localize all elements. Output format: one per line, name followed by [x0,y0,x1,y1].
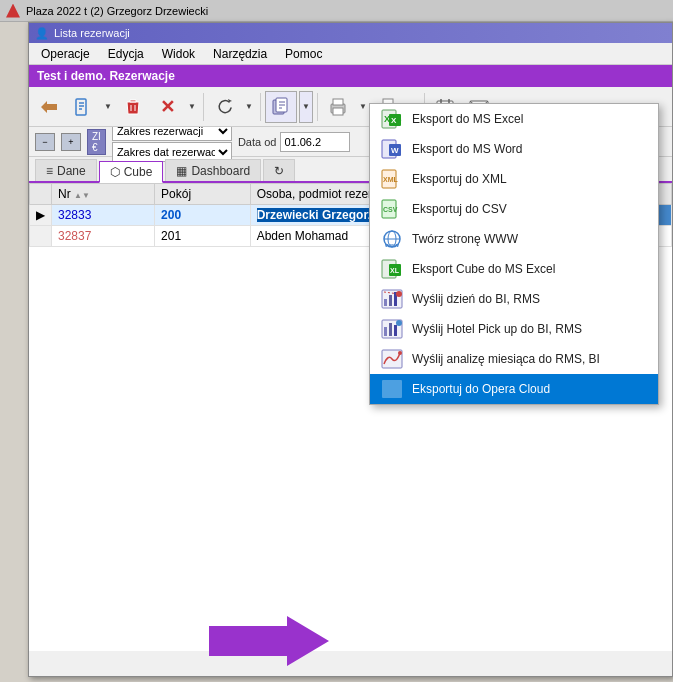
export-xml-label: Eksportuj do XML [412,172,648,186]
hotel-pickup-icon [380,319,404,339]
svg-rect-45 [389,323,392,336]
date-from-input[interactable] [280,132,350,152]
toolbar-sep2 [260,93,261,121]
dropdown-send-hotel-pickup[interactable]: Wyślij Hotel Pick up do BI, RMS [370,314,658,344]
xml-icon: XML [380,169,404,189]
svg-rect-38 [384,299,387,306]
menu-narzedzia[interactable]: Narzędzia [205,45,275,63]
toolbar-report-btn[interactable] [265,91,297,123]
tab-cube[interactable]: ⬡ Cube [99,161,164,183]
cell-nr[interactable]: 32837 [52,226,155,247]
svg-point-49 [398,351,402,355]
svg-rect-10 [333,99,343,105]
col-pokoj[interactable]: Pokój [155,184,251,205]
bi-rms-icon [380,289,404,309]
dropdown-send-bi-rms[interactable]: Wyślij dzień do BI, RMS [370,284,658,314]
create-www-label: Twórz stronę WWW [412,232,648,246]
dane-icon: ≡ [46,164,53,178]
opera-cloud-icon [380,379,404,399]
dropdown-menu: XLSX Eksport do MS Excel W Eksport do MS… [369,103,659,405]
menu-operacje[interactable]: Operacje [33,45,98,63]
svg-text:XL: XL [390,267,400,274]
indent-increase-btn[interactable]: + [61,133,81,151]
send-bi-rms-label: Wyślij dzień do BI, RMS [412,292,648,306]
export-cube-excel-label: Eksport Cube do MS Excel [412,262,648,276]
dropdown-export-csv[interactable]: CSV Eksportuj do CSV [370,194,658,224]
svg-rect-39 [389,295,392,306]
svg-rect-0 [76,99,86,115]
dropdown-export-opera-cloud[interactable]: Eksportuj do Opera Cloud [370,374,658,404]
col-indicator [30,184,52,205]
currency-indicator: ZI € [87,129,106,155]
tab-dane-label: Dane [57,164,86,178]
tab-header: Test i demo. Rezerwacje [29,65,672,87]
date-filter-box: Data od [238,132,351,152]
send-analysis-label: Wyślij analizę miesiąca do RMS, BI [412,352,648,366]
svg-text:XML: XML [383,176,399,183]
word-icon: W [380,139,404,159]
toolbar-refresh-dropdown[interactable]: ▼ [242,91,256,123]
svg-rect-11 [333,108,343,115]
dropdown-export-excel[interactable]: XLSX Eksport do MS Excel [370,104,658,134]
cube-excel-icon: XL [380,259,404,279]
toolbar-new-btn[interactable] [67,91,99,123]
svg-rect-44 [384,327,387,336]
svg-rect-50 [382,380,402,398]
menu-widok[interactable]: Widok [154,45,203,63]
toolbar-back-btn[interactable] [33,91,65,123]
tab-dashboard[interactable]: ▦ Dashboard [165,159,261,181]
analysis-icon [380,349,404,369]
cube-icon: ⬡ [110,165,120,179]
toolbar-new-dropdown[interactable]: ▼ [101,91,115,123]
excel-icon: XLSX [380,109,404,129]
dropdown-create-www[interactable]: www Twórz stronę WWW [370,224,658,254]
tab-header-label: Test i demo. Rezerwacje [37,69,175,83]
indent-decrease-btn[interactable]: − [35,133,55,151]
export-opera-cloud-label: Eksportuj do Opera Cloud [412,382,648,396]
toolbar-print-btn[interactable] [322,91,354,123]
toolbar-sep3 [317,93,318,121]
main-window: 👤 Lista rezerwacji Operacje Edycja Widok… [28,22,673,677]
toolbar-refresh-btn[interactable] [208,91,240,123]
tab-cube-label: Cube [124,165,153,179]
range-filter-box: Zakres rezerwacji Zakres dat rezerwacji [112,121,232,162]
extra-icon: ↻ [274,164,284,178]
dropdown-send-analysis[interactable]: Wyślij analizę miesiąca do RMS, BI [370,344,658,374]
row-indicator: ▶ [30,205,52,226]
cell-pokoj: 201 [155,226,251,247]
svg-text:CSV: CSV [383,206,398,213]
send-hotel-pickup-label: Wyślij Hotel Pick up do BI, RMS [412,322,648,336]
export-word-label: Eksport do MS Word [412,142,648,156]
export-excel-label: Eksport do MS Excel [412,112,648,126]
tab-extra[interactable]: ↻ [263,159,295,181]
www-icon: www [380,229,404,249]
toolbar-delete-btn[interactable] [117,91,149,123]
dropdown-export-cube-excel[interactable]: XL Eksport Cube do MS Excel [370,254,658,284]
svg-text:X: X [391,116,397,125]
app-title: Plaza 2022 t (2) Grzegorz Drzewiecki [26,5,208,17]
tab-dane[interactable]: ≡ Dane [35,159,97,181]
toolbar-cancel-btn[interactable]: ✕ [151,91,183,123]
toolbar-report-dropdown[interactable]: ▼ [299,91,313,123]
toolbar-sep1 [203,93,204,121]
window-title-text: Lista rezerwacji [54,27,130,39]
window-title-icon: 👤 [35,27,49,40]
toolbar-print-dropdown[interactable]: ▼ [356,91,370,123]
dropdown-export-xml[interactable]: XML Eksportuj do XML [370,164,658,194]
cell-nr[interactable]: 32833 [52,205,155,226]
toolbar-cancel-dropdown[interactable]: ▼ [185,91,199,123]
menu-edycja[interactable]: Edycja [100,45,152,63]
menu-pomoc[interactable]: Pomoc [277,45,330,63]
window-title-bar: 👤 Lista rezerwacji [29,23,672,43]
col-nr[interactable]: Nr ▲▼ [52,184,155,205]
date-from-label: Data od [238,136,277,148]
svg-text:www: www [384,242,399,248]
cell-pokoj: 200 [155,205,251,226]
dashboard-icon: ▦ [176,164,187,178]
svg-point-47 [396,320,402,326]
row-indicator [30,226,52,247]
dropdown-export-word[interactable]: W Eksport do MS Word [370,134,658,164]
export-csv-label: Eksportuj do CSV [412,202,648,216]
tab-dashboard-label: Dashboard [191,164,250,178]
menu-bar: Operacje Edycja Widok Narzędzia Pomoc [29,43,672,65]
